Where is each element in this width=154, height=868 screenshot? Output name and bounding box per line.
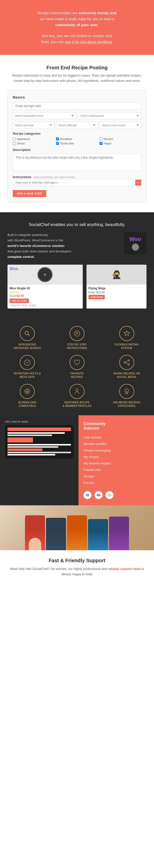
list-item: Forums [83,479,149,486]
svg-line-16 [125,393,126,393]
appetizers-checkbox[interactable] [13,137,16,141]
instruction-row: − [13,179,141,186]
recipe-form-card: Basics Select preparation time Select co… [7,90,147,202]
categories-icon [119,384,134,399]
servings-select[interactable]: Select servings [13,122,54,129]
categories-label: UNLIMITED RECIPESCATEGORIES [113,401,140,408]
add-step-button[interactable]: ADD A NEW STEP [13,190,46,197]
description-group [13,154,141,172]
feature-search: INTEGRATEDADVANCED SEARCH [5,326,50,350]
community-link-myrecipes[interactable]: My recipes [83,455,99,459]
profiles-label: FEATURED RECIPE& MEMBER PROFILES [62,401,92,408]
features-section: INTEGRATEDADVANCED SEARCH STEP BY STEPIN… [0,318,154,415]
shop-now-button[interactable]: SHOP NOW [88,295,105,299]
prep-time-select[interactable]: Select preparation time [13,112,76,119]
svg-point-0 [25,331,28,335]
community-logos: W bb bb [83,491,149,499]
woo-product-1: Woo Woo Single #2 ★★★★☆ $3.09 $2.00 ADD … [7,265,83,309]
schema-icon: kw [20,384,35,399]
glutenfree-checkbox[interactable] [56,142,59,145]
instructions-sublabel: (write instructions, one step at a time) [33,176,75,179]
woo-product-1-image: Woo [7,265,83,285]
person-3 [67,515,87,550]
svg-marker-6 [124,331,129,336]
description-textarea[interactable] [13,154,141,171]
woo-heading: SocialChef enables you to sell anything,… [7,222,147,227]
community-link-groups[interactable]: Groups [83,474,94,478]
woo-product-2-body: Flying Ninja From: $12.00 SHOP NOW [86,285,147,301]
person-2 [46,518,66,550]
community-link-messaging[interactable]: Private messaging [83,448,110,452]
tablet-label: with a twist for adults [5,420,74,423]
category-vegan[interactable]: Vegan [100,142,141,145]
remove-step-button[interactable]: − [135,180,141,186]
woo-logo-icon: ⬤ [128,243,143,251]
category-glutenfree[interactable]: Gluten free [56,142,98,145]
feature-categories: UNLIMITED RECIPESCATEGORIES [104,384,149,408]
recipe-title: Front End Recipe Posting [7,65,147,70]
woo-badge: Woo [9,267,18,271]
community-top: with a twist for adults Communityfeature… [0,415,154,505]
feature-nutrition: NUTRITION FACTS &META DATA [5,355,50,379]
woo-product-2-title: Flying Ninja [88,287,145,290]
add-to-cart-button[interactable]: ADD TO CART [9,299,29,303]
instructions-label: STEP BY STEPINSTRUCTIONS [67,343,87,350]
community-list: User activity Member profiles Private me… [83,434,149,486]
nutrition-label: NUTRITION FACTS &META DATA [14,372,41,379]
list-item: Friends lists [83,467,149,473]
person-1 [25,515,45,550]
basics-label: Basics [13,95,141,99]
category-dinner[interactable]: Dinner [13,142,54,145]
recipe-name-input[interactable] [13,102,141,110]
support-photo [0,505,154,550]
svg-line-17 [128,393,128,393]
buddypress-logo: bb [95,491,103,499]
profiles-icon [70,384,84,399]
people-illustration [25,505,129,550]
community-link-favorites[interactable]: My favorite recipes [83,461,111,465]
cooking-time-select[interactable]: Select cooking time [78,112,141,119]
woo-from-price: From: $12.00 [88,291,145,294]
person-4 [88,519,108,550]
woo-price-row: $3.09 $2.00 [9,294,81,298]
list-item: My favorite recipes [83,460,149,467]
dessert-checkbox[interactable] [100,137,103,141]
instruction-input[interactable] [13,179,134,186]
vinyl-record [37,267,52,282]
rating-icon [119,326,134,341]
features-grid: INTEGRATEDADVANCED SEARCH STEP BY STEPIN… [5,326,149,408]
recipe-name-group [13,102,141,110]
community-link-friends[interactable]: Friends lists [83,468,101,472]
community-link-activity[interactable]: User activity [83,435,101,439]
category-appetizers[interactable]: Appetizers [13,137,54,141]
community-features-box: Communityfeatures User activity Member p… [78,415,154,505]
dinner-checkbox[interactable] [13,142,16,145]
svg-line-10 [126,361,128,362]
feature-share: SHARE RECIPES ONSOCIAL MEDIA [104,355,149,379]
person-5 [109,517,129,550]
recipe-subtitle: Recipe submission is easy and fun for lo… [7,73,147,84]
search-icon [20,326,35,341]
breakfast-checkbox[interactable] [56,137,59,141]
categories-label: Recipe categories [13,132,141,135]
heart-icon [70,355,84,370]
woo-text: Built to integrate seamlessly with WordP… [7,232,119,260]
vegan-checkbox[interactable] [100,142,103,145]
hero-bold-1: extremely trendy and [79,11,117,15]
woo-section: SocialChef enables you to sell anything,… [0,212,154,318]
woo-product-1-title: Woo Single #2 [9,287,81,290]
support-link[interactable]: reliable support team [108,567,141,571]
list-item: My recipes [83,454,149,460]
difficulty-select[interactable]: Select difficulty [56,122,98,129]
meal-course-select[interactable]: Select meal course [100,122,141,129]
category-dessert[interactable]: Dessert [100,137,141,141]
list-item: Member profiles [83,441,149,447]
schema-label: SCHEMA.ORGCOMPATIBLE [18,401,36,408]
community-link-profiles[interactable]: Member profiles [83,442,107,446]
woo-logo: Woo ⬤ [124,232,147,254]
recipe-section: Front End Recipe Posting Recipe submissi… [0,55,154,212]
community-link-forums[interactable]: Forums [83,481,95,485]
woo-price-new: $2.00 [17,294,24,298]
category-breakfast[interactable]: Breakfast [56,137,98,141]
woo-stars: ★★★★☆ [9,291,81,293]
